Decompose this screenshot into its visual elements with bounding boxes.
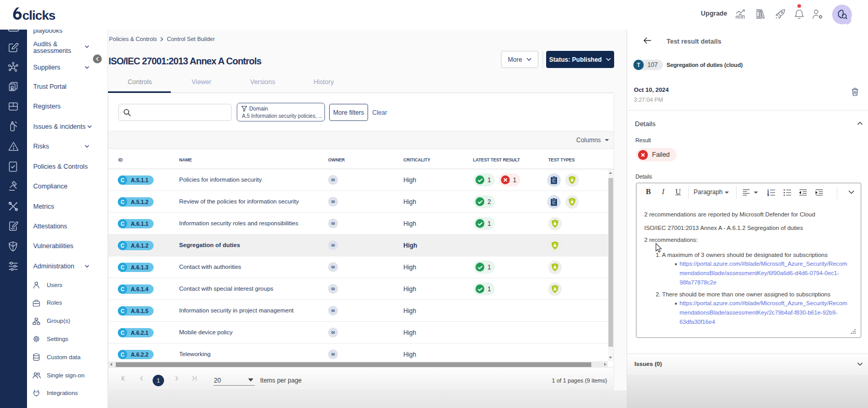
- svg-text:clicks: clicks: [22, 8, 55, 22]
- svg-text:3: 3: [767, 194, 769, 196]
